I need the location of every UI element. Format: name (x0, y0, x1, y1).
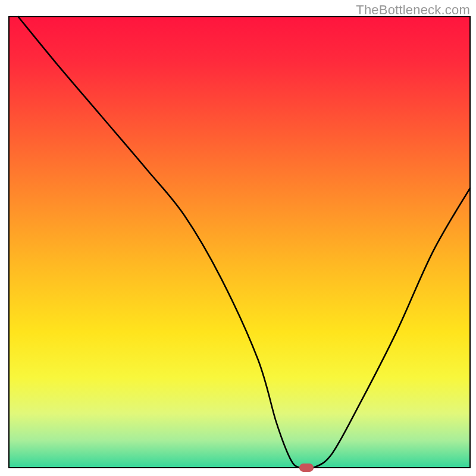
plot-background (9, 17, 470, 468)
optimal-marker (299, 464, 314, 472)
chart-container: TheBottleneck.com (0, 0, 476, 476)
bottleneck-chart (0, 0, 476, 476)
